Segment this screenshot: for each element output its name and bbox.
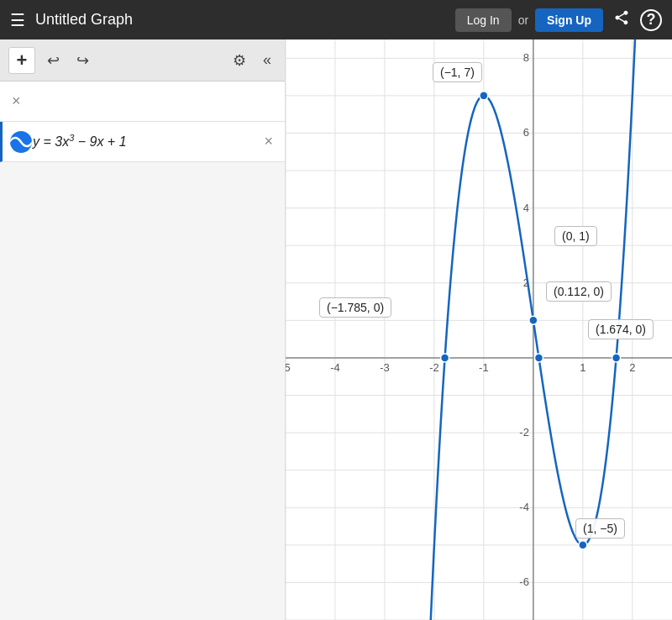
collapse-icon: « bbox=[263, 51, 271, 68]
close-empty-button[interactable]: × bbox=[7, 91, 26, 112]
share-button[interactable] bbox=[610, 6, 633, 34]
redo-icon: ↪ bbox=[76, 52, 89, 69]
graph-area[interactable]: (−1, 7) (0, 1) (−1.785, 0) (0.112, 0) (1… bbox=[286, 39, 672, 620]
toolbar: + ↩ ↪ ⚙ « bbox=[0, 39, 285, 81]
share-icon bbox=[613, 9, 630, 26]
expression-icon bbox=[9, 130, 33, 154]
graph-canvas bbox=[286, 39, 672, 620]
expression-row-1[interactable]: y = 3x3 − 9x + 1 × bbox=[0, 122, 285, 162]
settings-button[interactable]: ⚙ bbox=[228, 48, 251, 73]
or-text: or bbox=[518, 13, 528, 27]
header-right: Log In or Sign Up ? bbox=[455, 6, 662, 34]
sidebar: + ↩ ↪ ⚙ « × bbox=[0, 39, 286, 620]
page-title: Untitled Graph bbox=[35, 11, 445, 29]
help-icon: ? bbox=[647, 11, 656, 29]
header: ☰ Untitled Graph Log In or Sign Up ? bbox=[0, 0, 672, 39]
redo-button[interactable]: ↪ bbox=[71, 48, 94, 73]
undo-button[interactable]: ↩ bbox=[42, 48, 65, 73]
add-expression-button[interactable]: + bbox=[8, 47, 35, 74]
login-button[interactable]: Log In bbox=[455, 8, 512, 32]
collapse-button[interactable]: « bbox=[258, 48, 276, 72]
menu-icon[interactable]: ☰ bbox=[10, 10, 25, 30]
signup-button[interactable]: Sign Up bbox=[535, 8, 603, 32]
settings-icon: ⚙ bbox=[233, 52, 246, 69]
expression-row-empty: × bbox=[0, 81, 285, 122]
expression-list: × y = 3x3 − 9x + 1 × bbox=[0, 81, 285, 620]
undo-icon: ↩ bbox=[47, 52, 60, 69]
close-expression-button[interactable]: × bbox=[259, 131, 278, 152]
expression-formula[interactable]: y = 3x3 − 9x + 1 bbox=[33, 133, 259, 150]
help-button[interactable]: ? bbox=[640, 9, 662, 31]
main: + ↩ ↪ ⚙ « × bbox=[0, 39, 672, 620]
